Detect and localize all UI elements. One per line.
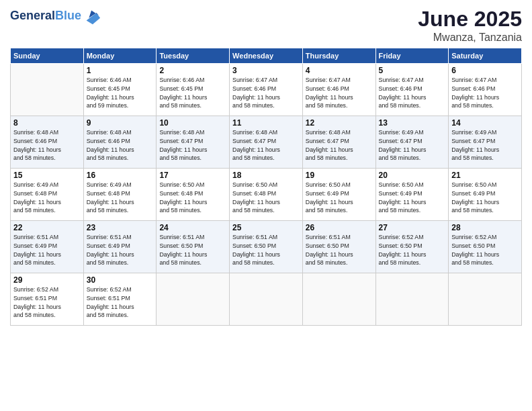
day-number: 11 xyxy=(232,118,300,128)
day-number: 22 xyxy=(13,223,81,232)
day-info: Sunrise: 6:49 AM Sunset: 6:47 PM Dayligh… xyxy=(379,128,446,163)
table-row: 28 Sunrise: 6:52 AM Sunset: 6:50 PM Dayl… xyxy=(449,221,522,273)
table-row: 10 Sunrise: 6:48 AM Sunset: 6:47 PM Dayl… xyxy=(157,116,230,169)
day-number: 4 xyxy=(306,66,373,75)
table-row: 21 Sunrise: 6:50 AM Sunset: 6:49 PM Dayl… xyxy=(449,169,522,221)
day-info: Sunrise: 6:50 AM Sunset: 6:49 PM Dayligh… xyxy=(379,181,446,215)
col-sunday: Sunday xyxy=(11,48,84,64)
day-info: Sunrise: 6:47 AM Sunset: 6:46 PM Dayligh… xyxy=(451,76,519,110)
day-number: 24 xyxy=(159,223,226,232)
table-row: 20 Sunrise: 6:50 AM Sunset: 6:49 PM Dayl… xyxy=(375,169,449,221)
day-info: Sunrise: 6:52 AM Sunset: 6:50 PM Dayligh… xyxy=(451,233,519,267)
calendar-header-row: Sunday Monday Tuesday Wednesday Thursday… xyxy=(11,48,522,64)
day-number: 2 xyxy=(159,66,226,75)
day-number: 20 xyxy=(379,171,446,180)
table-row: 15 Sunrise: 6:49 AM Sunset: 6:48 PM Dayl… xyxy=(11,169,84,221)
table-row: 8 Sunrise: 6:48 AM Sunset: 6:46 PM Dayli… xyxy=(11,116,84,169)
day-info: Sunrise: 6:50 AM Sunset: 6:48 PM Dayligh… xyxy=(159,181,226,215)
day-number: 6 xyxy=(451,66,519,75)
day-info: Sunrise: 6:49 AM Sunset: 6:47 PM Dayligh… xyxy=(451,128,519,163)
col-saturday: Saturday xyxy=(449,48,522,64)
day-number: 25 xyxy=(232,223,300,232)
title-block: June 2025 Mwanza, Tanzania xyxy=(418,7,522,44)
day-number: 21 xyxy=(451,171,519,180)
day-info: Sunrise: 6:52 AM Sunset: 6:50 PM Dayligh… xyxy=(379,233,446,267)
day-info: Sunrise: 6:50 AM Sunset: 6:49 PM Dayligh… xyxy=(306,181,373,215)
table-row xyxy=(11,64,84,116)
day-number: 26 xyxy=(306,223,373,232)
calendar-week-row: 8 Sunrise: 6:48 AM Sunset: 6:46 PM Dayli… xyxy=(11,116,522,169)
logo-text: GeneralBlue xyxy=(10,9,81,23)
col-monday: Monday xyxy=(83,48,157,64)
col-friday: Friday xyxy=(375,48,449,64)
calendar-subtitle: Mwanza, Tanzania xyxy=(418,32,522,44)
day-number: 23 xyxy=(87,223,154,232)
logo-icon xyxy=(83,7,101,26)
day-info: Sunrise: 6:51 AM Sunset: 6:50 PM Dayligh… xyxy=(159,233,226,267)
day-number: 1 xyxy=(87,66,154,75)
col-tuesday: Tuesday xyxy=(157,48,230,64)
day-info: Sunrise: 6:48 AM Sunset: 6:47 PM Dayligh… xyxy=(306,128,373,163)
day-info: Sunrise: 6:51 AM Sunset: 6:50 PM Dayligh… xyxy=(306,233,373,267)
table-row xyxy=(230,273,303,326)
table-row: 24 Sunrise: 6:51 AM Sunset: 6:50 PM Dayl… xyxy=(157,221,230,273)
table-row: 13 Sunrise: 6:49 AM Sunset: 6:47 PM Dayl… xyxy=(375,116,449,169)
day-info: Sunrise: 6:51 AM Sunset: 6:49 PM Dayligh… xyxy=(13,233,81,267)
day-info: Sunrise: 6:47 AM Sunset: 6:46 PM Dayligh… xyxy=(379,76,446,110)
day-number: 18 xyxy=(232,171,300,180)
day-info: Sunrise: 6:46 AM Sunset: 6:45 PM Dayligh… xyxy=(159,76,226,110)
table-row: 22 Sunrise: 6:51 AM Sunset: 6:49 PM Dayl… xyxy=(11,221,84,273)
day-info: Sunrise: 6:51 AM Sunset: 6:49 PM Dayligh… xyxy=(87,233,154,267)
table-row: 3 Sunrise: 6:47 AM Sunset: 6:46 PM Dayli… xyxy=(230,64,303,116)
day-number: 3 xyxy=(232,66,300,75)
col-thursday: Thursday xyxy=(302,48,375,64)
table-row xyxy=(302,273,375,326)
table-row: 1 Sunrise: 6:46 AM Sunset: 6:45 PM Dayli… xyxy=(83,64,157,116)
day-number: 30 xyxy=(87,275,154,285)
table-row: 26 Sunrise: 6:51 AM Sunset: 6:50 PM Dayl… xyxy=(302,221,375,273)
day-info: Sunrise: 6:48 AM Sunset: 6:46 PM Dayligh… xyxy=(87,128,154,163)
day-number: 17 xyxy=(159,171,226,180)
table-row: 30 Sunrise: 6:52 AM Sunset: 6:51 PM Dayl… xyxy=(83,273,157,326)
day-number: 12 xyxy=(306,118,373,128)
day-info: Sunrise: 6:48 AM Sunset: 6:47 PM Dayligh… xyxy=(159,128,226,163)
day-number: 19 xyxy=(306,171,373,180)
col-wednesday: Wednesday xyxy=(230,48,303,64)
day-number: 28 xyxy=(451,223,519,232)
table-row: 17 Sunrise: 6:50 AM Sunset: 6:48 PM Dayl… xyxy=(157,169,230,221)
table-row: 27 Sunrise: 6:52 AM Sunset: 6:50 PM Dayl… xyxy=(375,221,449,273)
table-row xyxy=(449,273,522,326)
day-info: Sunrise: 6:49 AM Sunset: 6:48 PM Dayligh… xyxy=(87,181,154,215)
calendar-week-row: 15 Sunrise: 6:49 AM Sunset: 6:48 PM Dayl… xyxy=(11,169,522,221)
day-info: Sunrise: 6:52 AM Sunset: 6:51 PM Dayligh… xyxy=(87,285,154,320)
day-number: 10 xyxy=(159,118,226,128)
page: GeneralBlue June 2025 Mwanza, Tanzania S… xyxy=(0,0,532,411)
table-row: 14 Sunrise: 6:49 AM Sunset: 6:47 PM Dayl… xyxy=(449,116,522,169)
day-info: Sunrise: 6:47 AM Sunset: 6:46 PM Dayligh… xyxy=(306,76,373,110)
table-row: 4 Sunrise: 6:47 AM Sunset: 6:46 PM Dayli… xyxy=(302,64,375,116)
table-row: 5 Sunrise: 6:47 AM Sunset: 6:46 PM Dayli… xyxy=(375,64,449,116)
day-info: Sunrise: 6:48 AM Sunset: 6:47 PM Dayligh… xyxy=(232,128,300,163)
day-info: Sunrise: 6:47 AM Sunset: 6:46 PM Dayligh… xyxy=(232,76,300,110)
day-number: 15 xyxy=(13,171,81,180)
day-number: 5 xyxy=(379,66,446,75)
day-number: 27 xyxy=(379,223,446,232)
table-row: 29 Sunrise: 6:52 AM Sunset: 6:51 PM Dayl… xyxy=(11,273,84,326)
day-info: Sunrise: 6:50 AM Sunset: 6:49 PM Dayligh… xyxy=(451,181,519,215)
table-row: 19 Sunrise: 6:50 AM Sunset: 6:49 PM Dayl… xyxy=(302,169,375,221)
table-row xyxy=(157,273,230,326)
table-row: 9 Sunrise: 6:48 AM Sunset: 6:46 PM Dayli… xyxy=(83,116,157,169)
day-info: Sunrise: 6:52 AM Sunset: 6:51 PM Dayligh… xyxy=(13,285,81,320)
day-info: Sunrise: 6:50 AM Sunset: 6:48 PM Dayligh… xyxy=(232,181,300,215)
calendar-week-row: 1 Sunrise: 6:46 AM Sunset: 6:45 PM Dayli… xyxy=(11,64,522,116)
calendar-week-row: 22 Sunrise: 6:51 AM Sunset: 6:49 PM Dayl… xyxy=(11,221,522,273)
day-info: Sunrise: 6:46 AM Sunset: 6:45 PM Dayligh… xyxy=(87,76,154,110)
table-row: 18 Sunrise: 6:50 AM Sunset: 6:48 PM Dayl… xyxy=(230,169,303,221)
table-row: 12 Sunrise: 6:48 AM Sunset: 6:47 PM Dayl… xyxy=(302,116,375,169)
table-row: 25 Sunrise: 6:51 AM Sunset: 6:50 PM Dayl… xyxy=(230,221,303,273)
table-row: 23 Sunrise: 6:51 AM Sunset: 6:49 PM Dayl… xyxy=(83,221,157,273)
table-row: 16 Sunrise: 6:49 AM Sunset: 6:48 PM Dayl… xyxy=(83,169,157,221)
day-number: 14 xyxy=(451,118,519,128)
day-info: Sunrise: 6:49 AM Sunset: 6:48 PM Dayligh… xyxy=(13,181,81,215)
day-number: 29 xyxy=(13,275,81,285)
